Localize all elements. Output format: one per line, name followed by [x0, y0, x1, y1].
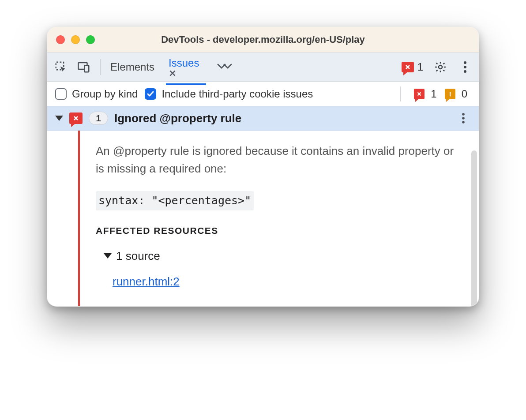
- issue-counts: 1 0: [414, 88, 471, 100]
- svg-point-4: [464, 61, 466, 64]
- source-count-label: 1 source: [116, 247, 160, 265]
- svg-point-10: [462, 117, 465, 120]
- devtools-tabs: Elements Issues: [109, 49, 232, 85]
- traffic-lights: [56, 35, 95, 44]
- errors-count: 1: [431, 88, 436, 100]
- close-window-button[interactable]: [56, 35, 65, 44]
- devtools-window: DevTools - developer.mozilla.org/en-US/p…: [47, 26, 479, 307]
- error-bubble-icon: [402, 62, 414, 72]
- device-toolbar-icon[interactable]: [76, 60, 91, 75]
- minimize-window-button[interactable]: [71, 35, 80, 44]
- more-tabs-icon[interactable]: [217, 60, 232, 75]
- svg-point-9: [462, 113, 465, 116]
- warnings-count: 0: [462, 88, 467, 100]
- svg-point-6: [464, 70, 466, 73]
- issue-detail: An @property rule is ignored because it …: [47, 131, 479, 306]
- svg-rect-8: [450, 95, 451, 96]
- issue-row[interactable]: 1 Ignored @property rule: [47, 106, 479, 131]
- tab-label: Issues: [169, 57, 199, 69]
- issue-title: Ignored @property rule: [114, 112, 241, 125]
- maximize-window-button[interactable]: [86, 35, 95, 44]
- tab-issues[interactable]: Issues: [168, 49, 204, 85]
- checkbox-label: Include third-party cookie issues: [162, 88, 313, 100]
- expand-caret-icon: [55, 116, 63, 121]
- inspect-element-icon[interactable]: [53, 60, 68, 75]
- scrollbar-thumb[interactable]: [471, 150, 477, 307]
- tab-elements[interactable]: Elements: [109, 53, 155, 81]
- svg-point-5: [464, 66, 466, 68]
- expand-caret-icon: [104, 253, 112, 259]
- error-bubble-icon: [414, 89, 425, 99]
- svg-rect-2: [84, 65, 89, 72]
- group-by-kind-checkbox[interactable]: Group by kind: [55, 88, 138, 100]
- issue-more-icon[interactable]: [456, 111, 471, 126]
- checkbox-label: Group by kind: [72, 88, 138, 100]
- tab-label: Elements: [110, 61, 154, 73]
- checkbox-checked-icon: [145, 88, 156, 100]
- settings-icon[interactable]: [433, 60, 448, 75]
- issue-description: An @property rule is ignored because it …: [96, 142, 461, 178]
- source-link[interactable]: runner.html:2: [113, 275, 180, 288]
- devtools-toolbar: Elements Issues: [47, 52, 479, 82]
- svg-rect-7: [450, 92, 451, 94]
- issues-options-bar: Group by kind Include third-party cookie…: [47, 82, 479, 106]
- checkbox-unchecked-icon: [55, 88, 67, 100]
- issue-code-snippet: syntax: "<percentages>": [96, 191, 254, 211]
- affected-resources-heading: Affected Resources: [96, 224, 461, 238]
- error-bubble-icon: [69, 112, 83, 124]
- close-tab-icon[interactable]: [169, 69, 203, 77]
- warning-bubble-icon: [445, 89, 455, 99]
- svg-point-3: [439, 65, 442, 69]
- include-third-party-checkbox[interactable]: Include third-party cookie issues: [145, 88, 313, 100]
- more-options-icon[interactable]: [458, 60, 473, 75]
- sources-toggle[interactable]: 1 source: [104, 247, 461, 265]
- error-count-value: 1: [417, 61, 423, 73]
- window-title: DevTools - developer.mozilla.org/en-US/p…: [47, 34, 479, 45]
- issue-count-badge: 1: [89, 112, 108, 125]
- toolbar-error-count[interactable]: 1: [402, 61, 423, 73]
- svg-point-11: [462, 121, 465, 124]
- titlebar: DevTools - developer.mozilla.org/en-US/p…: [47, 27, 479, 52]
